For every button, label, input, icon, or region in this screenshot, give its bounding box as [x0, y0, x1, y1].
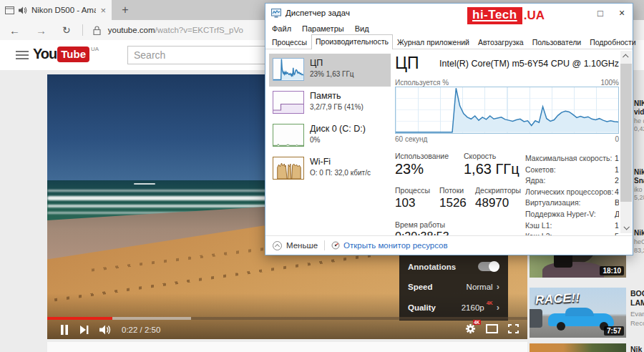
car-shape [530, 309, 542, 328]
sidebar-item-cpu[interactable]: ЦП23% 1,63 ГГц [269, 54, 391, 87]
processes-value: 103 [395, 196, 415, 210]
browser-tab[interactable]: Nikon D500 - Amaz × [0, 0, 112, 20]
sidebar-item-wifi[interactable]: Wi-FiО: 0 П: 32,0 кбит/с [269, 152, 391, 185]
youtube-logo[interactable]: You Tube UA [33, 46, 99, 62]
scroll-down-icon[interactable] [620, 222, 632, 233]
tab-services[interactable]: Службы [640, 35, 644, 49]
camera-shape [554, 253, 572, 268]
tab-audio-icon[interactable] [19, 6, 27, 14]
tab-app-history[interactable]: Журнал приложений [393, 35, 474, 49]
sidebar-item-name: Память [310, 91, 341, 101]
task-manager-app-icon [271, 9, 281, 18]
player-controls: 0:22 / 2:50 4K [47, 321, 527, 339]
refresh-icon[interactable]: ↻ [62, 25, 71, 35]
speed-value: 1,63 ГГц [464, 161, 519, 177]
scrollbar-thumb[interactable] [620, 64, 632, 202]
video-title-fragment: vide [634, 108, 644, 116]
graph-zero-label: 0 [615, 135, 619, 143]
video-title-fragment: Nik [634, 229, 644, 237]
url-host: youtube.com [108, 26, 155, 34]
tab-close-icon[interactable]: × [100, 6, 106, 15]
detail-label: Ядра: [525, 175, 545, 187]
menu-item-speed[interactable]: Speed Normal› [399, 276, 508, 297]
detail-label: Кэш L1: [525, 220, 552, 232]
usage-label: Использование [395, 152, 449, 160]
pause-button[interactable] [60, 325, 69, 335]
handles-value: 48970 [475, 196, 509, 210]
tab-startup[interactable]: Автозагрузка [474, 35, 528, 49]
graph-span-label: 60 секунд [395, 135, 427, 143]
sidebar-video-thumbnail[interactable]: RACE!! 7:57 [530, 288, 626, 338]
video-meta-fragment: Evan [630, 310, 644, 318]
menu-view[interactable]: Вид [355, 24, 369, 33]
tab-performance[interactable]: Производительность [311, 34, 393, 49]
tab-details[interactable]: Подробности [585, 35, 640, 49]
tab-title: Nikon D500 - Amaz [31, 6, 96, 14]
task-manager-footer: Меньше Открыть монитор ресурсов [265, 235, 633, 255]
search-input[interactable] [128, 47, 267, 64]
menu-file[interactable]: Файл [272, 24, 291, 33]
video-meta-fragment: heC [634, 238, 644, 245]
annotations-toggle[interactable] [478, 262, 499, 271]
video-meta-fragment: Reco [630, 319, 644, 327]
cpu-stats: Использование 23% Скорость 1,63 ГГц Проц… [395, 152, 619, 246]
hitech-logo-suffix: .UA [524, 9, 545, 23]
fewer-details-button[interactable]: Меньше [273, 241, 318, 250]
video-title-fragment: Nik [634, 168, 644, 176]
quality-label: Quality [408, 303, 436, 312]
memory-mini-chart [273, 91, 304, 114]
task-manager-tabstrip: Процессы Производительность Журнал прило… [265, 35, 633, 49]
processes-label: Процессы [395, 186, 430, 195]
cpu-mini-chart [273, 58, 304, 81]
tab-processes[interactable]: Процессы [268, 35, 311, 49]
fullscreen-button[interactable] [508, 323, 519, 336]
task-manager-titlebar[interactable]: Диспетчер задач □ × [265, 4, 633, 22]
detail-label: Логических процессоров: [525, 187, 613, 198]
cpu-panel: ЦП Intel(R) Core(TM) m5-6Y54 CPU @ 1.10G… [395, 54, 619, 246]
back-icon[interactable]: ← [9, 25, 20, 36]
close-button[interactable]: × [611, 4, 633, 21]
tab-users[interactable]: Пользователи [528, 35, 586, 49]
menu-item-quality[interactable]: Quality 2160p4K› [399, 297, 508, 318]
speed-label: Speed [408, 283, 433, 291]
cpu-usage-graph [395, 87, 619, 134]
player-settings-menu: Annotations Speed Normal› Quality 2160p4… [399, 255, 508, 321]
maximize-button[interactable]: □ [590, 4, 611, 21]
sidebar-item-name: Wi-Fi [310, 157, 331, 167]
menu-item-annotations[interactable]: Annotations [399, 257, 508, 276]
volume-icon[interactable] [99, 325, 112, 335]
hamburger-menu-icon[interactable] [16, 51, 29, 62]
settings-gear-button[interactable]: 4K [465, 323, 476, 337]
scroll-up-icon[interactable] [620, 51, 632, 62]
usage-value: 23% [395, 161, 424, 177]
detail-label: Поддержка Hyper-V: [525, 209, 596, 220]
sidebar-item-memory[interactable]: Память3,2/7,9 ГБ (41%) [269, 87, 391, 119]
new-tab-button[interactable]: + [113, 0, 137, 20]
sidebar-item-disk[interactable]: Диск 0 (C: D:)0% [269, 119, 391, 152]
lock-icon [93, 26, 101, 35]
video-meta-fragment: iko [634, 186, 644, 193]
miniplayer-button[interactable] [486, 323, 498, 336]
detail-value: 1 [615, 220, 619, 232]
next-button[interactable] [80, 326, 89, 334]
url-text[interactable]: youtube.com/watch?v=EKCTrfS_pVo [108, 26, 243, 34]
cpu-details: Максимальная скорость:1 Сокетов:1 Ядра:2… [525, 153, 619, 243]
open-resource-monitor-link[interactable]: Открыть монитор ресурсов [331, 241, 448, 250]
gauge-icon [331, 241, 340, 250]
threads-label: Потоки [439, 186, 464, 195]
menu-options[interactable]: Параметры [302, 24, 344, 33]
video-meta-fragment: 5,28 [634, 194, 644, 201]
graph-max-label: 100% [600, 79, 619, 87]
hitech-logo-box: hi-Tech [467, 7, 522, 24]
chevron-up-circle-icon [273, 241, 282, 250]
chevron-right-icon: › [497, 302, 499, 313]
video-title-fragment: Sna [634, 177, 644, 185]
video-meta-fragment: 83,2 [634, 247, 644, 254]
speed-value: Normal [467, 283, 493, 291]
quality-value: 2160p [462, 303, 484, 312]
progress-bar[interactable] [47, 317, 527, 320]
sidebar-video-thumbnail[interactable] [530, 343, 626, 352]
forward-icon[interactable]: → [36, 25, 47, 36]
sidebar-item-detail: 23% 1,63 ГГц [310, 70, 354, 78]
scrollbar[interactable] [620, 51, 632, 233]
